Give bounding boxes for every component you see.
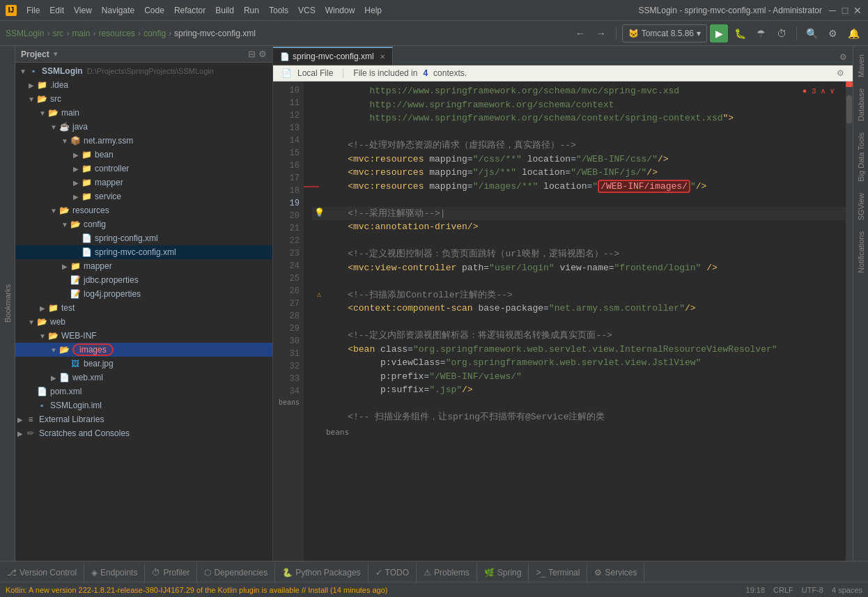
project-dropdown-icon[interactable]: ▾	[54, 49, 58, 59]
breadcrumb-resources[interactable]: resources	[98, 29, 135, 38]
code-text-12: https://www.springframework.org/schema/c…	[326, 111, 734, 125]
sidebar-notifications[interactable]: Notifications	[855, 226, 867, 279]
forward-button[interactable]: →	[592, 24, 610, 42]
tab-todo[interactable]: ✓ TODO	[369, 564, 417, 582]
tree-item-log4j[interactable]: ▶ 📝 log4j.properties	[15, 287, 272, 301]
menu-file[interactable]: File	[22, 4, 44, 17]
notification-button[interactable]: 🔔	[844, 24, 862, 42]
menu-run[interactable]: Run	[240, 4, 263, 17]
code-line-29: <bean class="org.springframework.web.ser…	[312, 343, 846, 357]
info-settings-icon[interactable]: ⚙	[837, 68, 844, 78]
collapse-all-icon[interactable]: ⊟	[248, 49, 256, 59]
tab-dependencies[interactable]: ⬡ Dependencies	[197, 564, 275, 582]
tree-item-mapper2[interactable]: ▶ 📁 mapper	[15, 259, 272, 273]
tree-item-ext-libs[interactable]: ▶ ≡ External Libraries	[15, 412, 272, 426]
sidebar-database[interactable]: Database	[855, 83, 867, 127]
sidebar-bigdata[interactable]: Big Data Tools	[855, 127, 867, 187]
tab-services[interactable]: ⚙ Services	[587, 564, 644, 582]
tree-item-config[interactable]: ▼ 📂 config	[15, 217, 272, 231]
run-config-selector[interactable]: 🐱 Tomcat 8.5.86 ▾	[622, 24, 707, 42]
breadcrumb-file[interactable]: spring-mvc-config.xml	[174, 29, 256, 38]
tree-item-pkg[interactable]: ▼ 📦 net.army.ssm	[15, 134, 272, 148]
debug-button[interactable]: 🐛	[731, 24, 749, 42]
minimize-button[interactable]: ─	[828, 6, 837, 15]
sidebar-maven[interactable]: Maven	[855, 49, 867, 83]
code-content[interactable]: https://www.springframework.org/schema/m…	[304, 82, 846, 561]
close-button[interactable]: ✕	[853, 6, 862, 15]
tree-item-bear[interactable]: ▶ 🖼 bear.jpg	[15, 357, 272, 371]
editor-tab-spring-mvc-config[interactable]: 📄 spring-mvc-config.xml ✕	[273, 47, 393, 65]
tree-item-test[interactable]: ▶ 📁 test	[15, 301, 272, 315]
bookmarks-label[interactable]: Bookmarks	[2, 279, 13, 328]
tree-item-bean[interactable]: ▶ 📁 bean	[15, 148, 272, 162]
tree-item-java[interactable]: ▼ ☕ java	[15, 120, 272, 134]
maximize-button[interactable]: □	[840, 6, 850, 15]
line-num-16: 16	[276, 160, 300, 172]
tab-close-icon[interactable]: ✕	[380, 53, 385, 61]
settings-button[interactable]: ⚙	[823, 24, 842, 42]
breadcrumb-src[interactable]: src	[52, 29, 63, 38]
menu-help[interactable]: Help	[360, 4, 386, 17]
run-button[interactable]: ▶	[710, 24, 728, 42]
menu-code[interactable]: Code	[140, 4, 169, 17]
tree-item-jdbc[interactable]: ▶ 📝 jdbc.properties	[15, 273, 272, 287]
menu-navigate[interactable]: Navigate	[98, 4, 139, 17]
coverage-button[interactable]: ☂	[752, 24, 770, 42]
tree-label: test	[61, 303, 75, 313]
line-num-24: 24	[276, 260, 300, 272]
tab-settings-icon[interactable]: ⚙	[834, 49, 853, 65]
folder-icon: 📁	[81, 149, 92, 160]
profiler-button[interactable]: ⏱	[773, 24, 791, 42]
tree-item-main[interactable]: ▼ 📂 main	[15, 106, 272, 120]
tree-item-scratches[interactable]: ▶ ✏ Scratches and Consoles	[15, 426, 272, 440]
breadcrumb-main[interactable]: main	[72, 29, 90, 38]
tree-item-webinf[interactable]: ▼ 📂 WEB-INF	[15, 329, 272, 343]
back-button[interactable]: ←	[571, 24, 589, 42]
sidebar-sgview[interactable]: SGView	[855, 187, 867, 226]
editor-scrollbar[interactable]	[846, 82, 853, 561]
tree-item-iml[interactable]: ▶ ▪ SSMLogin.iml	[15, 398, 272, 412]
menu-build[interactable]: Build	[211, 4, 238, 17]
menu-vcs[interactable]: VCS	[294, 4, 320, 17]
tree-item-web[interactable]: ▼ 📂 web	[15, 315, 272, 329]
error-marker	[846, 82, 853, 87]
tree-item-spring-mvc-config[interactable]: ▶ 📄 spring-mvc-config.xml	[15, 245, 272, 259]
tab-terminal[interactable]: >_ Terminal	[529, 564, 587, 582]
line-num-21: 21	[276, 222, 300, 235]
tree-item-spring-config[interactable]: ▶ 📄 spring-config.xml	[15, 231, 272, 245]
tree-item-webxml[interactable]: ▶ 📄 web.xml	[15, 371, 272, 385]
tree-item-resources[interactable]: ▼ 📂 resources	[15, 203, 272, 217]
tab-python-packages[interactable]: 🐍 Python Packages	[275, 564, 368, 582]
tab-version-control[interactable]: ⎇ Version Control	[0, 564, 84, 582]
tab-spring[interactable]: 🌿 Spring	[477, 564, 529, 582]
tree-item-service[interactable]: ▶ 📁 service	[15, 189, 272, 203]
tab-endpoints[interactable]: ◈ Endpoints	[84, 564, 145, 582]
menu-refactor[interactable]: Refactor	[170, 4, 210, 17]
right-sidebar: Maven Database Big Data Tools SGView Not…	[853, 46, 868, 561]
tab-problems[interactable]: ⚠ Problems	[417, 564, 477, 582]
tree-item-src[interactable]: ▼ 📂 src	[15, 92, 272, 106]
line-num-31: 31	[276, 348, 300, 360]
scrollbar-thumb[interactable]	[846, 95, 852, 123]
code-text-30: p:viewClass="org.springframework.web.ser…	[326, 356, 701, 370]
tree-item-pom[interactable]: ▶ 📄 pom.xml	[15, 385, 272, 398]
settings-icon[interactable]: ⚙	[258, 49, 267, 59]
tree-item-mapper[interactable]: ▶ 📁 mapper	[15, 176, 272, 189]
line-num-15: 15	[276, 147, 300, 160]
tree-label: java	[72, 122, 88, 132]
menu-view[interactable]: View	[70, 4, 96, 17]
tree-item-controller[interactable]: ▶ 📁 controller	[15, 162, 272, 176]
tree-item-ssmlogin[interactable]: ▼ ▪ SSMLogin D:\Projects\SpringProjects\…	[15, 64, 272, 78]
toolbar: SSMLogin › src › main › resources › conf…	[0, 21, 868, 46]
tree-item-images[interactable]: ▼ 📂 images	[15, 343, 272, 357]
code-editor[interactable]: 10 11 12 13 14 15 16 17 18 19 20 21 22 2…	[273, 82, 853, 561]
arrow-icon: ▼	[49, 123, 59, 131]
breadcrumb-config[interactable]: config	[144, 29, 166, 38]
tab-profiler[interactable]: ⏱ Profiler	[145, 564, 197, 582]
menu-tools[interactable]: Tools	[265, 4, 293, 17]
menu-edit[interactable]: Edit	[45, 4, 68, 17]
tree-item-idea[interactable]: ▶ 📁 .idea	[15, 78, 272, 92]
search-everywhere-button[interactable]: 🔍	[803, 24, 821, 42]
menu-window[interactable]: Window	[321, 4, 359, 17]
breadcrumb-ssm[interactable]: SSMLogin	[6, 29, 44, 38]
